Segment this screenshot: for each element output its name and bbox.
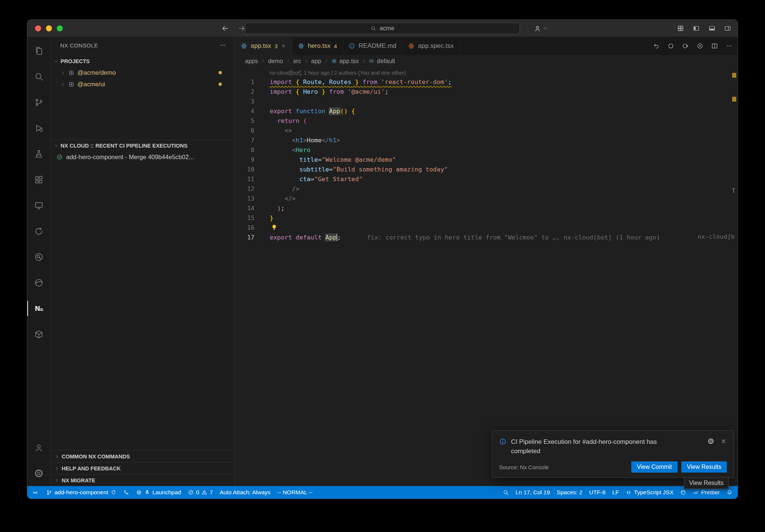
section-common-nx-commands[interactable]: COMMON NX COMMANDS <box>50 450 235 462</box>
more-actions-icon[interactable] <box>220 42 226 49</box>
code-line-9[interactable]: 9 title="Welcome @acme/demo" <box>235 155 738 165</box>
view-results-button[interactable]: View Results <box>681 461 727 473</box>
formatter-button[interactable]: Prettier <box>693 489 720 496</box>
close-icon[interactable] <box>281 43 286 49</box>
edge-browser-button[interactable] <box>680 489 686 495</box>
activity-search[interactable] <box>27 64 50 89</box>
toggle-panel-icon[interactable] <box>709 25 715 32</box>
breadcrumb-item[interactable]: default <box>377 58 395 65</box>
run-file-icon[interactable] <box>697 43 703 49</box>
view-commit-button[interactable]: View Commit <box>631 461 678 473</box>
remote-indicator-button[interactable]: >< <box>32 489 39 496</box>
gear-icon[interactable] <box>707 438 714 445</box>
activity-extensions[interactable] <box>27 167 50 192</box>
line-number[interactable]: 14 <box>235 204 254 213</box>
line-number[interactable]: 6 <box>235 126 254 136</box>
toggle-secondary-sidebar-icon[interactable] <box>724 25 731 32</box>
encoding-button[interactable]: UTF-8 <box>589 489 606 496</box>
project-item-acme-demo[interactable]: @acme/demo <box>50 67 235 78</box>
accounts-button[interactable] <box>534 25 548 32</box>
line-number[interactable]: 5 <box>235 116 254 126</box>
circle-arrow-right-icon[interactable] <box>682 43 689 49</box>
code-line-6[interactable]: 6 <> <box>235 126 738 136</box>
discard-icon[interactable] <box>653 43 660 49</box>
indentation-button[interactable]: Spaces: 2 <box>557 489 582 496</box>
code-line-12[interactable]: 12 /> <box>235 184 738 194</box>
code-line-3[interactable]: 3 <box>235 97 738 106</box>
notifications-bell-button[interactable] <box>727 489 733 495</box>
section-nx-cloud[interactable]: NX CLOUD :: RECENT CI PIPELINE EXECUTION… <box>50 140 235 151</box>
tab-app-tsx[interactable]: app.tsx 3 <box>235 37 292 55</box>
activity-update[interactable] <box>27 218 50 244</box>
line-number[interactable]: 15 <box>235 213 254 223</box>
code-line-17[interactable]: 17export default App; fix: correct typo … <box>235 233 738 242</box>
code-line-8[interactable]: 8 <Hero <box>235 145 738 155</box>
navigate-back-icon[interactable] <box>222 25 229 32</box>
eol-button[interactable]: LF <box>612 489 619 496</box>
activity-nx-console[interactable]: N≥ <box>27 296 50 321</box>
command-center-search[interactable]: acme <box>245 22 520 34</box>
activity-run-debug[interactable] <box>27 115 50 141</box>
git-branch-button[interactable]: add-hero-component <box>46 489 117 496</box>
code-line-11[interactable]: 11 cta="Get Started" <box>235 174 738 184</box>
auto-attach-button[interactable]: Auto Attach: Always <box>220 489 270 496</box>
line-number[interactable]: 3 <box>235 97 254 106</box>
code-line-15[interactable]: 15} <box>235 213 738 223</box>
activity-code-search[interactable] <box>27 244 50 270</box>
line-number[interactable]: 17 <box>235 233 254 242</box>
toggle-sidebar-icon[interactable] <box>693 25 700 32</box>
code-line-10[interactable]: 10 subtitle="Build something amazing tod… <box>235 165 738 174</box>
problems-button[interactable]: 0 7 <box>188 489 213 496</box>
breadcrumb-item[interactable]: app.tsx <box>340 58 359 65</box>
launchpad-button[interactable]: Launchpad <box>136 489 181 496</box>
line-number[interactable]: 12 <box>235 184 254 194</box>
line-number[interactable]: 9 <box>235 155 254 165</box>
activity-testing[interactable] <box>27 141 50 167</box>
code-line-14[interactable]: 14 ); <box>235 204 738 213</box>
section-nx-migrate[interactable]: NX MIGRATE <box>50 474 235 486</box>
line-number[interactable]: 7 <box>235 136 254 145</box>
code-line-7[interactable]: 7 <h1>Home</h1> <box>235 136 738 145</box>
breadcrumb-item[interactable]: apps <box>245 58 258 65</box>
line-number[interactable]: 13 <box>235 194 254 204</box>
git-compare-button[interactable] <box>123 489 129 495</box>
code-line-1[interactable]: 1import { Route, Routes } from 'react-ro… <box>235 77 738 87</box>
activity-source-control[interactable] <box>27 89 50 115</box>
lightbulb-icon[interactable] <box>270 224 278 231</box>
tab-app-spec-tsx[interactable]: app.spec.tsx <box>402 37 459 55</box>
project-item-acme-ui[interactable]: @acme/ui <box>50 78 235 90</box>
more-actions-icon[interactable] <box>726 43 733 49</box>
activity-accounts[interactable] <box>27 434 50 460</box>
breadcrumb-item[interactable]: demo <box>268 58 283 65</box>
line-number[interactable]: 4 <box>235 106 254 116</box>
code-line-5[interactable]: 5 return ( <box>235 116 738 126</box>
activity-edge-devtools[interactable] <box>27 270 50 296</box>
split-editor-icon[interactable] <box>711 43 718 49</box>
activity-package-explorer[interactable] <box>27 321 50 347</box>
code-line-2[interactable]: 2import { Hero } from '@acme/ui'; <box>235 87 738 97</box>
tab-hero-tsx[interactable]: hero.tsx 4 <box>292 37 343 55</box>
line-number[interactable]: 1 <box>235 77 254 87</box>
screen-zoom-button[interactable] <box>503 489 509 495</box>
navigate-forward-icon[interactable] <box>238 25 245 32</box>
language-mode-button[interactable]: {} TypeScript JSX <box>626 489 673 496</box>
section-help-and-feedback[interactable]: HELP AND FEEDBACK <box>50 462 235 474</box>
circle-icon[interactable] <box>668 43 674 49</box>
breadcrumb-item[interactable]: app <box>311 58 321 65</box>
line-number[interactable]: 2 <box>235 87 254 97</box>
zoom-window-button[interactable] <box>57 25 63 31</box>
minimize-window-button[interactable] <box>46 25 52 31</box>
pipeline-execution-item[interactable]: add-hero-component - Merge 409b44e5cb02.… <box>50 151 235 163</box>
line-number[interactable]: 11 <box>235 174 254 184</box>
code-line-13[interactable]: 13 </> <box>235 194 738 204</box>
codelens-blame[interactable]: nx-cloud[bot], 1 hour ago | 2 authors (Y… <box>235 68 738 77</box>
breadcrumb-item[interactable]: src <box>293 58 301 65</box>
activity-explorer[interactable] <box>27 38 50 64</box>
customize-layout-icon[interactable] <box>677 25 684 32</box>
code-line-4[interactable]: 4export function App() { <box>235 106 738 116</box>
activity-remote-explorer[interactable] <box>27 192 50 218</box>
line-number[interactable]: 10 <box>235 165 254 174</box>
line-number[interactable]: 16 <box>235 223 254 233</box>
tab-readme-md[interactable]: README.md <box>343 37 402 55</box>
code-editor[interactable]: nx-cloud[bot], 1 hour ago | 2 authors (Y… <box>235 67 738 486</box>
